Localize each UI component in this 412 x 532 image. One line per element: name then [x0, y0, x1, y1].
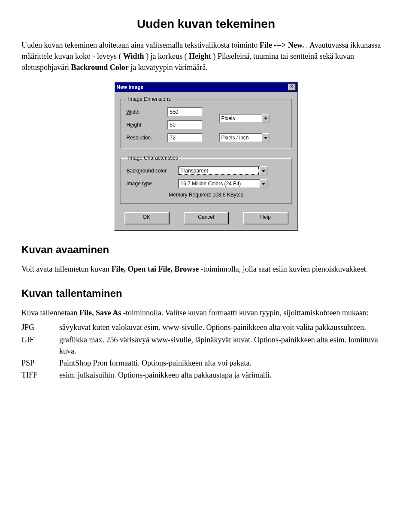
- format-desc: esim. julkaisuihin. Options-painikkeen a…: [59, 369, 391, 381]
- width-label: WWidthidth: [127, 109, 167, 115]
- bgcolor-value: Transparent: [178, 166, 260, 175]
- new-image-dialog: New Image × Image Dimensions WWidthidth …: [114, 82, 298, 231]
- text-bold: Width: [123, 52, 144, 60]
- text: -toiminnolla. Valitse kuvan formaatti ku…: [123, 308, 369, 317]
- format-desc: sävykuvat kuten valokuvat esim. www-sivu…: [59, 322, 391, 334]
- height-label: HeightHeight: [127, 122, 167, 128]
- chevron-down-icon[interactable]: [260, 166, 268, 175]
- help-button[interactable]: Help: [243, 212, 288, 224]
- intro-paragraph: Uuden kuvan tekeminen aloitetaan aina va…: [21, 39, 391, 73]
- bgcolor-dropdown[interactable]: Transparent: [178, 166, 268, 175]
- format-desc: grafiikka max. 256 värisävyä www-sivulle…: [59, 334, 391, 357]
- cancel-button[interactable]: Cancel: [184, 212, 228, 224]
- text: ) ja korkeus (: [146, 52, 187, 60]
- imagetype-label: Image typeImage type: [127, 181, 178, 187]
- format-code: JPG: [21, 322, 59, 334]
- text: Uuden kuvan tekeminen aloitetaan aina va…: [21, 41, 260, 49]
- text-bold: File, Save As: [79, 308, 121, 317]
- text-bold: Height: [189, 52, 211, 60]
- image-characteristics-group: Image Characteristics Background colorBa…: [120, 155, 292, 204]
- units-value: Pixels: [219, 114, 262, 123]
- format-desc: PaintShop Pron formaatti. Options-painik…: [59, 357, 391, 369]
- section-heading-save: Kuvan tallentaminen: [21, 287, 391, 299]
- units-dropdown[interactable]: Pixels: [219, 114, 270, 123]
- text-bold: File ---> New.: [260, 41, 304, 49]
- text-bold: Backround Color: [71, 63, 128, 72]
- imagetype-dropdown[interactable]: 16.7 Million Colors (24 Bit): [178, 179, 268, 188]
- format-code: GIF: [21, 334, 59, 357]
- group-legend: Image Dimensions: [127, 96, 173, 102]
- height-input[interactable]: 50: [167, 120, 203, 130]
- bgcolor-label: Background colorBackground color: [127, 168, 178, 174]
- table-row: GIF grafiikka max. 256 värisävyä www-siv…: [21, 334, 391, 357]
- resolution-input[interactable]: 72: [167, 133, 203, 142]
- chevron-down-icon[interactable]: [262, 114, 270, 123]
- imagetype-value: 16.7 Million Colors (24 Bit): [178, 179, 260, 188]
- chevron-down-icon[interactable]: [260, 179, 268, 188]
- image-dimensions-group: Image Dimensions WWidthidth 550 Pixels H…: [120, 96, 292, 149]
- page-title: Uuden kuvan tekeminen: [21, 17, 391, 31]
- table-row: TIFF esim. julkaisuihin. Options-painikk…: [21, 369, 391, 381]
- text: Voit avata tallennetun kuvan: [21, 265, 112, 273]
- format-code: PSP: [21, 357, 59, 369]
- text: Kuva tallennetaan: [21, 308, 79, 317]
- table-row: JPG sävykuvat kuten valokuvat esim. www-…: [21, 322, 391, 334]
- dialog-title: New Image: [117, 84, 144, 90]
- resolution-units-value: Pixels / inch: [219, 133, 262, 142]
- group-legend: Image Characteristics: [127, 155, 180, 161]
- resolution-label: ResolutionResolution: [127, 135, 167, 141]
- text: -toiminnolla, jolla saat esiin kuvien pi…: [201, 265, 368, 273]
- memory-required-text: Memory Required: 108.6 KBytes: [127, 192, 286, 198]
- ok-button[interactable]: OK: [124, 212, 169, 224]
- text: ja kuvatyypin värimäärä.: [130, 63, 207, 72]
- width-input[interactable]: 550: [167, 107, 203, 117]
- chevron-down-icon[interactable]: [262, 133, 270, 142]
- close-button[interactable]: ×: [288, 84, 296, 91]
- table-row: PSP PaintShop Pron formaatti. Options-pa…: [21, 357, 391, 369]
- format-table: JPG sävykuvat kuten valokuvat esim. www-…: [21, 322, 391, 381]
- resolution-units-dropdown[interactable]: Pixels / inch: [219, 133, 270, 142]
- format-code: TIFF: [21, 369, 59, 381]
- section-heading-open: Kuvan avaaminen: [21, 244, 391, 256]
- dialog-titlebar: New Image ×: [115, 82, 297, 92]
- save-paragraph: Kuva tallennetaan File, Save As -toiminn…: [21, 307, 391, 318]
- open-paragraph: Voit avata tallennetun kuvan File, Open …: [21, 263, 391, 275]
- text-bold: File, Open tai File, Browse: [112, 265, 199, 273]
